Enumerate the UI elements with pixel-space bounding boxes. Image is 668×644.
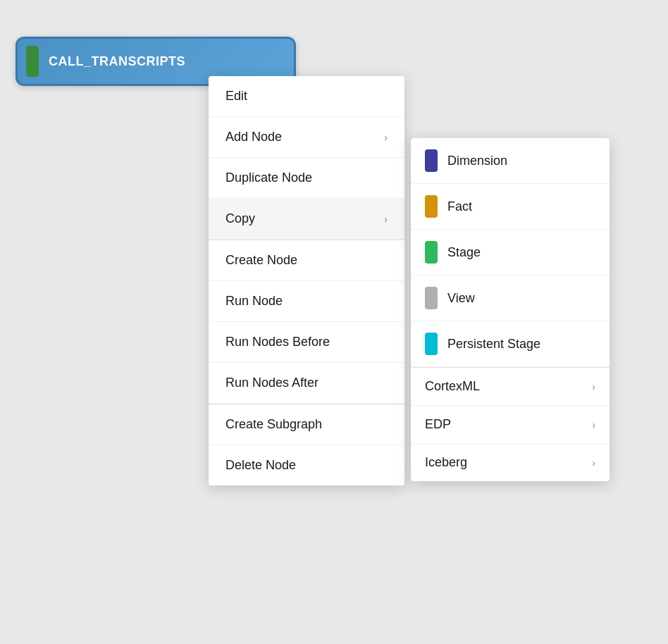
submenu-item-dimension[interactable]: Dimension [411, 138, 610, 184]
menu-item-delete-node[interactable]: Delete Node [209, 445, 404, 485]
chevron-right-icon: › [592, 381, 595, 392]
fact-icon [425, 195, 438, 218]
menu-item-create-subgraph[interactable]: Create Subgraph [209, 404, 404, 445]
submenu-item-iceberg[interactable]: Iceberg › [411, 444, 610, 481]
view-icon [425, 287, 438, 309]
submenu-item-persistent-stage[interactable]: Persistent Stage [411, 321, 610, 367]
menu-item-run-nodes-before[interactable]: Run Nodes Before [209, 322, 404, 363]
node-indicator [26, 46, 39, 77]
context-menu: Edit Add Node › Duplicate Node Copy › Cr… [209, 76, 404, 485]
menu-item-run-nodes-after[interactable]: Run Nodes After [209, 363, 404, 404]
menu-item-copy[interactable]: Copy › [209, 199, 404, 240]
menu-item-edit[interactable]: Edit [209, 76, 404, 117]
menu-item-create-node[interactable]: Create Node [209, 240, 404, 281]
submenu-item-cortex-ml[interactable]: CortexML › [411, 368, 610, 406]
chevron-right-icon: › [384, 132, 388, 143]
stage-icon [425, 241, 438, 264]
dimension-icon [425, 149, 438, 172]
node-label: CALL_TRANSCRIPTS [49, 54, 185, 69]
chevron-right-icon: › [592, 419, 595, 431]
menu-item-add-node[interactable]: Add Node › [209, 117, 404, 158]
chevron-right-icon: › [384, 213, 388, 225]
submenu-item-stage[interactable]: Stage [411, 230, 610, 275]
submenu-copy: Dimension Fact Stage View Persistent Sta… [411, 138, 610, 481]
submenu-item-edp[interactable]: EDP › [411, 406, 610, 444]
submenu-item-view[interactable]: View [411, 275, 610, 321]
chevron-right-icon: › [592, 457, 595, 469]
menu-item-run-node[interactable]: Run Node [209, 281, 404, 322]
persistent-stage-icon [425, 333, 438, 355]
menu-item-duplicate-node[interactable]: Duplicate Node [209, 158, 404, 199]
submenu-item-fact[interactable]: Fact [411, 184, 610, 230]
